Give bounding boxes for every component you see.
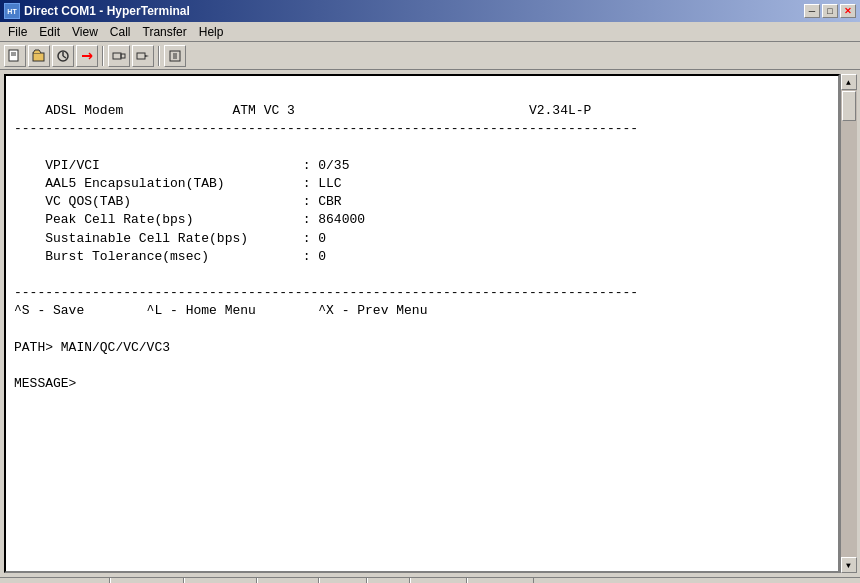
app-icon: HT <box>4 3 20 19</box>
menu-edit[interactable]: Edit <box>33 23 66 41</box>
status-caps: CAPS <box>319 578 367 583</box>
commands-line: ^S - Save ^L - Home Menu ^X - Prev Menu <box>14 303 427 318</box>
title-bar-left: HT Direct COM1 - HyperTerminal <box>4 3 190 19</box>
menu-call[interactable]: Call <box>104 23 137 41</box>
toolbar <box>0 42 860 70</box>
main-window: ADSL Modem ATM VC 3 V2.34L-P -----------… <box>0 70 860 577</box>
window-title: Direct COM1 - HyperTerminal <box>24 4 190 18</box>
status-auto-detect: Auto detect <box>110 578 184 583</box>
scroll-down-button[interactable]: ▼ <box>841 557 857 573</box>
field-aal5: AAL5 Encapsulation(TAB) : LLC <box>45 176 341 191</box>
properties-button[interactable] <box>164 45 186 67</box>
svg-rect-11 <box>121 54 125 58</box>
scroll-track[interactable] <box>841 90 857 557</box>
recv-button[interactable] <box>132 45 154 67</box>
minimize-button[interactable]: ─ <box>804 4 820 18</box>
terminal-area[interactable]: ADSL Modem ATM VC 3 V2.34L-P -----------… <box>4 74 840 573</box>
svg-rect-3 <box>33 53 44 61</box>
menu-file[interactable]: File <box>2 23 33 41</box>
send-button[interactable] <box>108 45 130 67</box>
message-line: MESSAGE> <box>14 376 76 391</box>
open-button[interactable] <box>28 45 50 67</box>
maximize-button[interactable]: □ <box>822 4 838 18</box>
status-num: NUM <box>367 578 410 583</box>
menu-transfer[interactable]: Transfer <box>137 23 193 41</box>
divider-1: ----------------------------------------… <box>14 121 638 136</box>
menu-view[interactable]: View <box>66 23 104 41</box>
toolbar-sep-2 <box>158 46 160 66</box>
title-bar: HT Direct COM1 - HyperTerminal ─ □ ✕ <box>0 0 860 22</box>
field-sustainable: Sustainable Cell Rate(bps) : 0 <box>45 231 326 246</box>
scrollbar: ▲ ▼ <box>840 74 856 573</box>
divider-2: ----------------------------------------… <box>14 285 638 300</box>
status-capture: Capture <box>410 578 467 583</box>
field-peak: Peak Cell Rate(bps) : 864000 <box>45 212 365 227</box>
path-line: PATH> MAIN/QC/VC/VC3 <box>14 340 170 355</box>
status-baud: 9600 8-N-1 <box>184 578 257 583</box>
scroll-up-button[interactable]: ▲ <box>841 74 857 90</box>
svg-marker-13 <box>145 55 149 57</box>
svg-line-6 <box>63 56 66 58</box>
toolbar-sep-1 <box>102 46 104 66</box>
disconnect-button[interactable] <box>76 45 98 67</box>
menu-help[interactable]: Help <box>193 23 230 41</box>
field-vcqos: VC QOS(TAB) : CBR <box>45 194 341 209</box>
status-print-echo: Print echo <box>467 578 535 583</box>
header-line: ADSL Modem ATM VC 3 V2.34L-P <box>14 103 591 118</box>
menu-bar: File Edit View Call Transfer Help <box>0 22 860 42</box>
dial-button[interactable] <box>52 45 74 67</box>
status-bar: Connected 0:18:12 Auto detect 9600 8-N-1… <box>0 577 860 583</box>
close-button[interactable]: ✕ <box>840 4 856 18</box>
field-vpi-vci: VPI/VCI : 0/35 <box>45 158 349 173</box>
svg-rect-10 <box>113 53 121 59</box>
status-scroll: SCROLL <box>257 578 319 583</box>
scroll-thumb[interactable] <box>842 91 856 121</box>
status-connected: Connected 0:18:12 <box>0 578 110 583</box>
new-button[interactable] <box>4 45 26 67</box>
svg-rect-12 <box>137 53 145 59</box>
field-burst: Burst Tolerance(msec) : 0 <box>45 249 326 264</box>
title-buttons: ─ □ ✕ <box>804 4 856 18</box>
terminal-content: ADSL Modem ATM VC 3 V2.34L-P -----------… <box>14 84 830 411</box>
